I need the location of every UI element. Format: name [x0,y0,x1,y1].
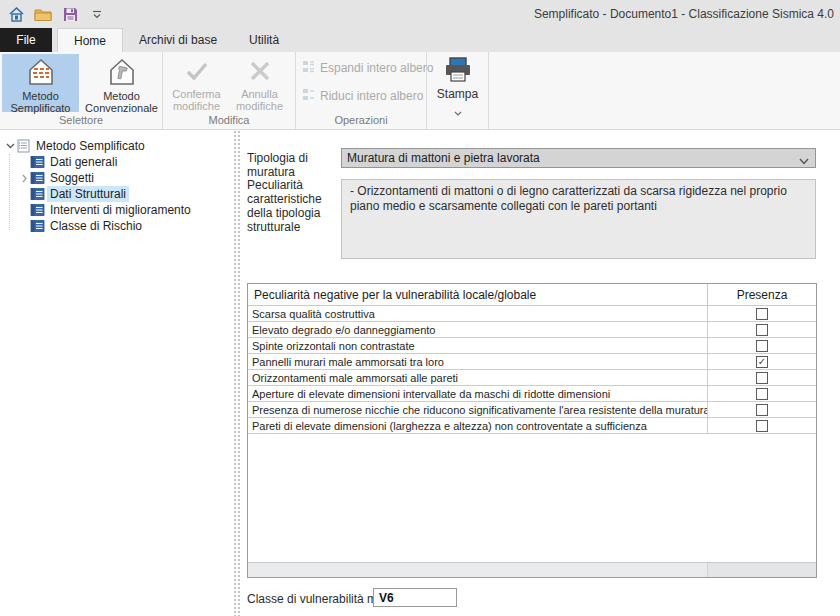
table-footer-cell [708,563,816,577]
group-label-selettore: Selettore [0,114,162,129]
tree-root-label[interactable]: Metodo Semplificato [33,138,148,154]
group-label-stampa [427,114,488,129]
expand-tree-icon [302,59,315,77]
metodo-semplificato-label: Metodo Semplificato [2,90,79,114]
table-header-presenza: Presenza [708,288,816,302]
table-row[interactable]: Pareti di elevate dimensioni (larghezza … [248,418,816,434]
tipologia-di-muratura-select[interactable]: Muratura di mattoni e pietra lavorata [341,148,816,168]
tree-item-label-selected[interactable]: Dati Strutturali [47,186,129,202]
house-crack-icon [107,57,137,87]
presenza-checkbox[interactable] [756,308,768,320]
presenza-checkbox[interactable]: ✓ [756,356,768,368]
annulla-modifiche-button[interactable]: Annulla modifiche [228,54,291,112]
metodo-semplificato-button[interactable]: Metodo Semplificato [2,54,79,112]
app-home-icon[interactable] [7,5,25,23]
metodo-convenzionale-label: Metodo Convenzionale [83,90,160,114]
riduci-intero-albero-button[interactable]: Riduci intero albero [298,86,427,106]
tab-home[interactable]: Home [57,28,123,52]
presenza-checkbox[interactable] [756,420,768,432]
presenza-checkbox[interactable] [756,388,768,400]
tree-item-label[interactable]: Soggetti [47,170,97,186]
tree-item-label[interactable]: Dati generali [47,154,120,170]
chevron-down-icon [799,154,809,168]
x-icon [248,57,272,85]
peculiarita-caratteristiche-textbox[interactable]: - Orizzontamenti di mattoni o di legno c… [341,179,816,259]
row-label: Elevato degrado e/o danneggiamento [248,322,708,337]
row-label: Aperture di elevate dimensioni intervall… [248,386,708,401]
row-label: Scarsa qualità costruttiva [248,306,708,321]
save-icon[interactable] [61,5,79,23]
table-row[interactable]: Scarsa qualità costruttiva [248,306,816,322]
espandi-intero-albero-label: Espandi intero albero [320,61,433,75]
table-footer-row [248,562,816,577]
panel-splitter[interactable] [233,130,240,616]
tipologia-di-muratura-label: Tipologia di muratura [247,151,342,179]
row-label: Presenza di numerose nicchie che riducon… [248,402,708,417]
window-title: Semplificato - Documento1 - Classificazi… [534,0,834,28]
peculiarita-negative-table: Peculiarità negative per la vulnerabilit… [247,283,817,578]
notes-icon [16,139,33,153]
stampa-label: Stampa [437,88,478,100]
tree-item-label[interactable]: Interventi di miglioramento [47,202,194,218]
stampa-button[interactable]: Stampa [430,54,486,112]
house-bricks-icon [26,57,56,87]
tree-item-dati-generali[interactable]: Dati generali [0,154,233,170]
table-row[interactable]: Pannelli murari male ammorsati tra loro … [248,354,816,370]
table-empty-area [248,434,816,562]
tree-item-classe-di-rischio[interactable]: Classe di Rischio [0,218,233,234]
tab-utilita[interactable]: Utilità [233,28,295,52]
ribbon-group-operazioni: Espandi intero albero Riduci intero albe… [296,52,427,129]
book-icon [30,188,47,200]
chevron-right-icon[interactable] [18,174,30,183]
tipologia-selected-value: Muratura di mattoni e pietra lavorata [347,151,540,165]
peculiarita-caratteristiche-label: Peculiarità caratteristiche della tipolo… [247,178,343,234]
presenza-checkbox[interactable] [756,324,768,336]
book-icon [30,220,47,232]
metodo-convenzionale-button[interactable]: Metodo Convenzionale [83,54,160,112]
book-icon [30,156,47,168]
classe-di-vulnerabilita-input[interactable]: V6 [373,588,457,607]
ribbon-group-stampa: Stampa [427,52,489,129]
presenza-checkbox[interactable] [756,340,768,352]
row-label: Pareti di elevate dimensioni (larghezza … [248,418,708,433]
tree-item-dati-strutturali[interactable]: Dati Strutturali [0,186,233,202]
check-icon [184,57,210,85]
tab-file[interactable]: File [0,28,52,52]
table-row[interactable]: Orizzontamenti male ammorsati alle paret… [248,370,816,386]
ribbon-group-selettore: Metodo Semplificato Metodo Convenzionale… [0,52,163,129]
customize-quick-access-icon[interactable] [88,5,106,23]
tree-item-soggetti[interactable]: Soggetti [0,170,233,186]
table-row[interactable]: Aperture di elevate dimensioni intervall… [248,386,816,402]
title-bar: Semplificato - Documento1 - Classificazi… [0,0,840,28]
app-window: Semplificato - Documento1 - Classificazi… [0,0,840,616]
tree-root-metodo-semplificato[interactable]: Metodo Semplificato [0,138,233,154]
espandi-intero-albero-button[interactable]: Espandi intero albero [298,58,437,78]
chevron-down-icon[interactable] [4,143,16,149]
tree-item-label[interactable]: Classe di Rischio [47,218,145,234]
book-icon [30,204,47,216]
tree-item-interventi-di-miglioramento[interactable]: Interventi di miglioramento [0,202,233,218]
content-panel: Tipologia di muratura Muratura di matton… [240,130,840,616]
navigation-tree: Metodo Semplificato Dati generali Sogget… [0,130,233,616]
table-header-main: Peculiarità negative per la vulnerabilit… [248,284,708,305]
quick-access-toolbar [7,5,106,23]
ribbon-group-modifica: Conferma modifiche Annulla modifiche Mod… [163,52,296,129]
row-label: Orizzontamenti male ammorsati alle paret… [248,370,708,385]
table-row[interactable]: Elevato degrado e/o danneggiamento [248,322,816,338]
group-label-modifica: Modifica [163,114,295,129]
table-row[interactable]: Presenza di numerose nicchie che riducon… [248,402,816,418]
conferma-modifiche-label: Conferma modifiche [165,88,228,112]
presenza-checkbox[interactable] [756,404,768,416]
open-folder-icon[interactable] [34,5,52,23]
presenza-checkbox[interactable] [756,372,768,384]
ribbon-tab-row: File Home Archivi di base Utilità [0,28,840,52]
table-footer-cell [248,563,708,577]
tab-archivi-di-base[interactable]: Archivi di base [123,28,233,52]
row-label: Spinte orizzontali non contrastate [248,338,708,353]
row-label: Pannelli murari male ammorsati tra loro [248,354,708,369]
table-row[interactable]: Spinte orizzontali non contrastate [248,338,816,354]
group-label-operazioni: Operazioni [296,114,426,129]
main-area: Metodo Semplificato Dati generali Sogget… [0,130,840,616]
riduci-intero-albero-label: Riduci intero albero [320,89,423,103]
conferma-modifiche-button[interactable]: Conferma modifiche [165,54,228,112]
